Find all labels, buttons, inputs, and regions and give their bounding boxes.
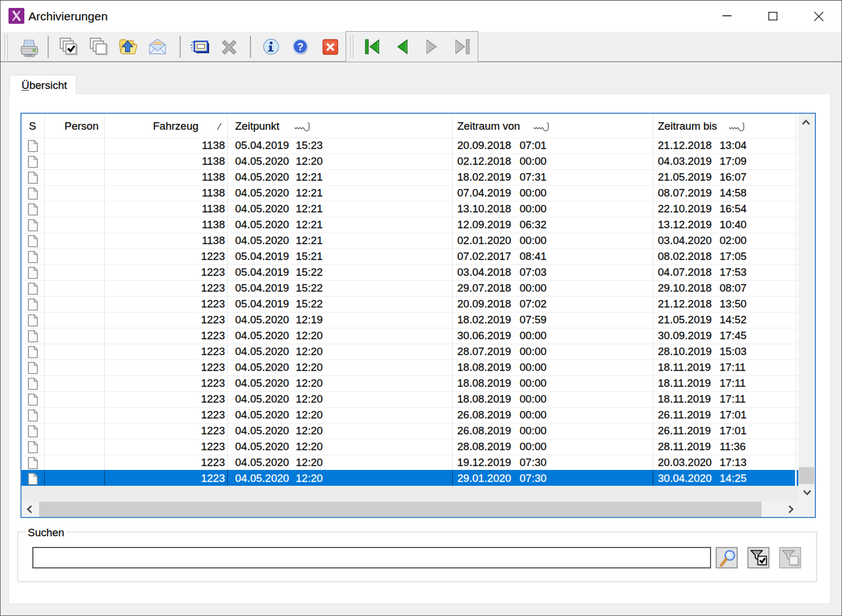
svg-text:?: ? bbox=[297, 41, 304, 53]
